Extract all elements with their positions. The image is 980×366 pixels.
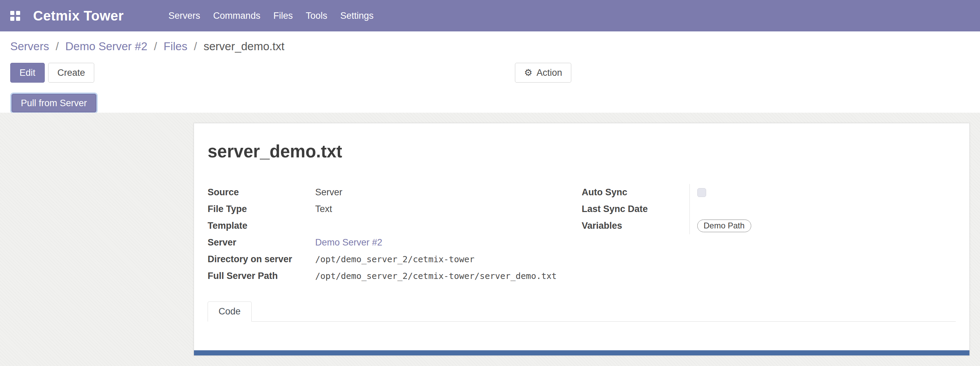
- field-label: Source: [208, 187, 315, 198]
- content-area: server_demo.txt Source Server File Type …: [0, 113, 980, 366]
- tab-code[interactable]: Code: [208, 301, 252, 321]
- form-sheet: server_demo.txt Source Server File Type …: [194, 123, 970, 356]
- form-column-left: Source Server File Type Text Template Se…: [208, 184, 582, 285]
- nav-tools[interactable]: Tools: [299, 0, 334, 32]
- field-label: File Type: [208, 204, 315, 215]
- field-value-auto-sync: [689, 184, 956, 201]
- variable-tag: Demo Path: [697, 220, 751, 232]
- field-label: Last Sync Date: [582, 204, 689, 215]
- breadcrumb: Servers / Demo Server #2 / Files / serve…: [0, 32, 980, 54]
- code-editor-strip: [194, 350, 969, 355]
- field-value-full-path: /opt/demo_server_2/cetmix-tower/server_d…: [315, 268, 557, 285]
- field-value-server-link[interactable]: Demo Server #2: [315, 234, 382, 251]
- form-column-right: Auto Sync Last Sync Date Variables Demo …: [582, 184, 956, 285]
- field-label: Auto Sync: [582, 187, 689, 198]
- field-value-source: Server: [315, 184, 342, 201]
- notebook-tabs: Code: [208, 301, 956, 321]
- nav-files[interactable]: Files: [267, 0, 299, 32]
- gear-icon: ⚙: [524, 67, 532, 78]
- field-label: Directory on server: [208, 254, 315, 265]
- app-brand[interactable]: Cetmix Tower: [33, 8, 124, 24]
- field-label: Template: [208, 220, 315, 231]
- breadcrumb-demo-server[interactable]: Demo Server #2: [65, 40, 147, 53]
- field-row-directory: Directory on server /opt/demo_server_2/c…: [208, 251, 582, 268]
- control-panel: Servers / Demo Server #2 / Files / serve…: [0, 32, 980, 118]
- field-value-file-type: Text: [315, 201, 332, 218]
- object-buttons-row: Pull from Server: [10, 93, 970, 113]
- record-title: server_demo.txt: [208, 142, 956, 161]
- breadcrumb-separator: /: [56, 40, 59, 53]
- field-row-file-type: File Type Text: [208, 201, 582, 218]
- field-value-directory: /opt/demo_server_2/cetmix-tower: [315, 251, 475, 268]
- nav-settings[interactable]: Settings: [334, 0, 380, 32]
- control-panel-buttons: Edit Create ⚙ Action: [10, 63, 970, 83]
- top-navbar: Cetmix Tower Servers Commands Files Tool…: [0, 0, 980, 32]
- create-button[interactable]: Create: [48, 63, 94, 83]
- field-value-last-sync: [689, 201, 956, 218]
- field-label: Server: [208, 237, 315, 248]
- pull-from-server-button[interactable]: Pull from Server: [12, 94, 96, 112]
- field-row-server: Server Demo Server #2: [208, 234, 582, 251]
- breadcrumb-separator: /: [154, 40, 157, 53]
- breadcrumb-files[interactable]: Files: [164, 40, 188, 53]
- field-row-auto-sync: Auto Sync: [582, 184, 956, 201]
- breadcrumb-current: server_demo.txt: [204, 40, 285, 53]
- action-button[interactable]: ⚙ Action: [515, 63, 571, 83]
- breadcrumb-servers[interactable]: Servers: [10, 40, 49, 53]
- field-label: Full Server Path: [208, 271, 315, 282]
- field-row-variables: Variables Demo Path: [582, 218, 956, 234]
- nav-commands[interactable]: Commands: [207, 0, 267, 32]
- field-row-full-path: Full Server Path /opt/demo_server_2/cetm…: [208, 268, 582, 285]
- field-row-source: Source Server: [208, 184, 582, 201]
- breadcrumb-separator: /: [194, 40, 197, 53]
- field-row-template: Template: [208, 218, 582, 234]
- auto-sync-checkbox[interactable]: [697, 188, 706, 197]
- action-button-label: Action: [536, 68, 562, 78]
- field-row-last-sync: Last Sync Date: [582, 201, 956, 218]
- edit-button[interactable]: Edit: [10, 63, 45, 83]
- apps-menu-icon[interactable]: [10, 11, 20, 21]
- main-menu: Servers Commands Files Tools Settings: [162, 0, 380, 32]
- form-fields: Source Server File Type Text Template Se…: [208, 184, 956, 285]
- nav-servers[interactable]: Servers: [162, 0, 207, 32]
- field-label: Variables: [582, 220, 689, 231]
- field-value-variables: Demo Path: [689, 218, 956, 234]
